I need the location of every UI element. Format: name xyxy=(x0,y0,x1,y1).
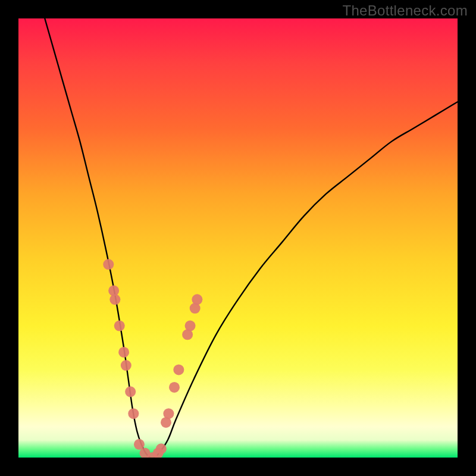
watermark-text: TheBottleneck.com xyxy=(342,2,468,19)
highlight-point xyxy=(134,439,145,450)
highlight-point xyxy=(156,443,167,454)
highlight-point xyxy=(169,382,180,393)
highlight-point xyxy=(118,347,129,358)
chart-frame: TheBottleneck.com xyxy=(0,0,476,476)
highlight-points xyxy=(103,259,202,458)
highlight-point xyxy=(163,408,174,419)
bottleneck-curve xyxy=(45,18,458,458)
highlight-point xyxy=(103,259,114,270)
highlight-point xyxy=(125,386,136,397)
highlight-point xyxy=(121,360,131,371)
highlight-point xyxy=(192,294,202,305)
chart-svg xyxy=(18,18,458,458)
plot-area xyxy=(18,18,458,458)
highlight-point xyxy=(109,294,120,305)
highlight-point xyxy=(114,321,125,331)
highlight-point xyxy=(128,408,139,419)
highlight-point xyxy=(173,364,184,375)
highlight-point xyxy=(185,321,196,331)
